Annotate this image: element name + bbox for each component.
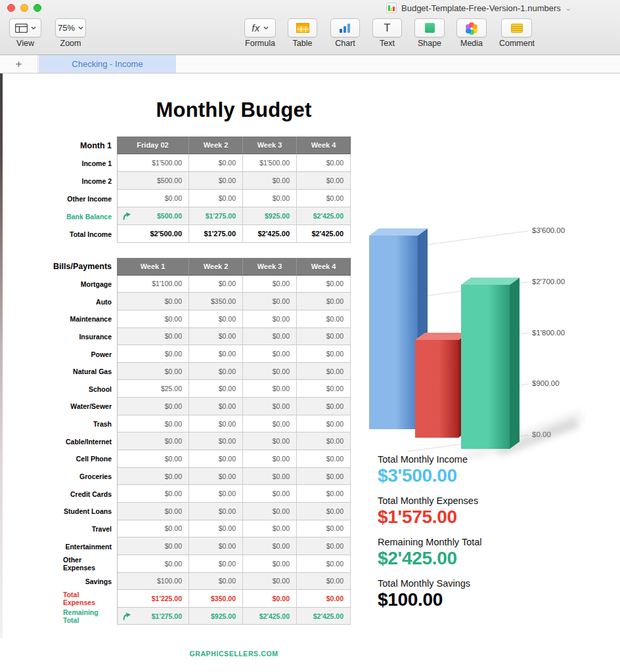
cell[interactable]: $0.00	[243, 468, 297, 486]
cell[interactable]: $1'500.00	[117, 154, 189, 172]
cell[interactable]: $0.00	[189, 537, 243, 555]
cell[interactable]: $0.00	[189, 398, 243, 415]
cell[interactable]: $100.00	[117, 573, 189, 591]
cell[interactable]: $0.00	[243, 520, 297, 538]
summary-item[interactable]: Total Monthly Income $3'500.00	[378, 454, 482, 486]
cell[interactable]: $0.00	[297, 276, 351, 293]
comment-button[interactable]	[501, 18, 532, 37]
cell[interactable]: $0.00	[243, 328, 297, 346]
cell[interactable]: $0.00	[297, 590, 351, 608]
cell[interactable]: $0.00	[297, 485, 351, 503]
row-label[interactable]: Cell Phone	[63, 450, 117, 468]
shape-button[interactable]	[414, 18, 445, 37]
cell[interactable]: $1'100.00	[117, 276, 189, 293]
table-corner-label[interactable]: Bills/Payments	[63, 258, 117, 276]
row-label[interactable]: Cable/Internet	[63, 432, 117, 450]
summary-item[interactable]: Remaining Monthly Total $2'425.00	[378, 537, 482, 569]
cell[interactable]: $350.00	[189, 590, 243, 608]
chart-button[interactable]	[330, 18, 360, 37]
minimize-button[interactable]	[20, 4, 28, 12]
cell[interactable]: $0.00	[189, 380, 243, 398]
cell[interactable]: $0.00	[243, 573, 297, 591]
row-label[interactable]: Insurance	[63, 328, 117, 346]
media-button[interactable]	[456, 18, 487, 37]
row-label[interactable]: Entertainment	[63, 537, 117, 555]
cell[interactable]: $0.00	[189, 485, 243, 503]
cell[interactable]: $0.00	[297, 190, 351, 207]
fullscreen-button[interactable]	[33, 4, 41, 12]
cell[interactable]: $0.00	[297, 363, 351, 381]
cell[interactable]: $0.00	[189, 363, 243, 381]
cell[interactable]: $0.00	[117, 190, 189, 207]
cell[interactable]: $0.00	[297, 503, 351, 520]
cell[interactable]: $2'425.00	[243, 608, 297, 625]
cell[interactable]: $0.00	[297, 415, 351, 433]
cell[interactable]: $0.00	[297, 380, 351, 398]
footer-credit[interactable]: GRAPHICSELLERS.COM	[0, 650, 468, 658]
cell[interactable]: $500.00	[117, 207, 189, 225]
row-label[interactable]: Other Expenses	[63, 555, 117, 573]
add-sheet-button[interactable]: +	[0, 55, 38, 73]
bar-remaining-monthly-total[interactable]	[461, 278, 520, 449]
cell[interactable]: $0.00	[297, 432, 351, 450]
cell[interactable]: $500.00	[117, 172, 189, 190]
row-label[interactable]: School	[63, 380, 117, 398]
cell[interactable]: $0.00	[243, 537, 297, 555]
cell[interactable]: $0.00	[117, 520, 189, 538]
row-label[interactable]: Student Loans	[63, 503, 117, 520]
cell[interactable]: $0.00	[297, 555, 351, 573]
cell[interactable]: $0.00	[243, 503, 297, 520]
cell[interactable]: $0.00	[189, 450, 243, 468]
row-label[interactable]: Power	[63, 345, 117, 363]
cell[interactable]: $0.00	[189, 520, 243, 538]
column-header[interactable]: Week 3	[243, 258, 297, 276]
cell[interactable]: $0.00	[117, 537, 189, 555]
cell[interactable]: $1'275.00	[189, 225, 243, 243]
cell[interactable]: $0.00	[243, 380, 297, 398]
cell[interactable]: $2'425.00	[297, 207, 351, 225]
cell[interactable]: $0.00	[243, 293, 297, 310]
cell[interactable]: $0.00	[297, 398, 351, 415]
cell[interactable]: $0.00	[243, 415, 297, 433]
cell[interactable]: $0.00	[117, 293, 189, 310]
row-label[interactable]: Savings	[63, 573, 117, 591]
row-label[interactable]: Income 2	[63, 172, 117, 190]
cell[interactable]: $0.00	[297, 520, 351, 538]
cell[interactable]: $925.00	[243, 207, 297, 225]
cell[interactable]: $0.00	[189, 276, 243, 293]
cell[interactable]: $0.00	[243, 190, 297, 207]
close-button[interactable]	[7, 4, 15, 12]
cell[interactable]: $0.00	[297, 328, 351, 346]
cell[interactable]: $0.00	[297, 450, 351, 468]
formula-button[interactable]: fx	[244, 18, 276, 37]
cell[interactable]: $2'425.00	[297, 608, 351, 625]
cell[interactable]: $0.00	[117, 398, 189, 415]
cell[interactable]: $0.00	[243, 172, 297, 190]
cell[interactable]: $0.00	[189, 328, 243, 346]
cell[interactable]: $0.00	[243, 363, 297, 381]
view-button[interactable]	[9, 18, 41, 37]
row-label[interactable]: Trash	[63, 415, 117, 433]
cell[interactable]: $1'500.00	[243, 154, 297, 172]
text-button[interactable]: T	[372, 18, 402, 37]
row-label[interactable]: Water/Sewer	[63, 398, 117, 415]
cell[interactable]: $0.00	[297, 537, 351, 555]
cell[interactable]: $0.00	[117, 310, 189, 328]
column-header[interactable]: Week 2	[189, 258, 243, 276]
row-label[interactable]: Natural Gas	[63, 363, 117, 381]
column-header[interactable]: Week 4	[297, 136, 351, 154]
cell[interactable]: $0.00	[117, 363, 189, 381]
cell[interactable]: $0.00	[189, 310, 243, 328]
cell[interactable]: $0.00	[243, 555, 297, 573]
document-title[interactable]: Budget-Template-Free-Version-1.numbers ⌄	[386, 3, 571, 13]
cell[interactable]: $0.00	[243, 590, 297, 608]
cell[interactable]: $0.00	[297, 293, 351, 310]
row-label[interactable]: Groceries	[63, 468, 117, 486]
cell[interactable]: $0.00	[243, 485, 297, 503]
column-header[interactable]: Week 3	[243, 136, 297, 154]
column-header[interactable]: Week 2	[189, 136, 243, 154]
cell[interactable]: $0.00	[243, 398, 297, 415]
cell[interactable]: $0.00	[189, 573, 243, 591]
cell[interactable]: $2'425.00	[297, 225, 351, 243]
tab-checking-income[interactable]: Checking - Income	[39, 55, 176, 73]
